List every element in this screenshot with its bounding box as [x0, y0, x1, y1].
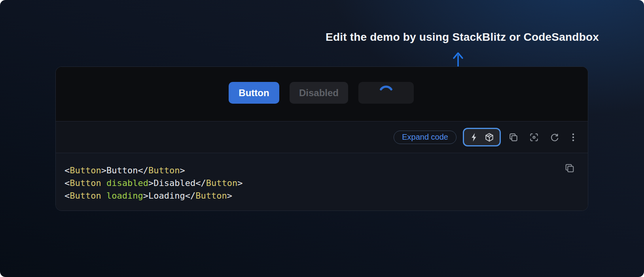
- demo-toolbar: Expand code: [56, 121, 588, 153]
- page: Edit the demo by using StackBlitz or Cod…: [0, 0, 644, 277]
- editor-launch-group[interactable]: [463, 128, 501, 146]
- expand-code-label: Expand code: [402, 133, 448, 142]
- codesandbox-package-icon[interactable]: [484, 132, 494, 142]
- demo-button-primary-label: Button: [239, 87, 269, 99]
- code-lines: <Button>Button</Button><Button disabled>…: [56, 153, 588, 211]
- expand-code-button[interactable]: Expand code: [394, 131, 456, 144]
- demo-button-disabled: Disabled: [290, 82, 348, 104]
- copy-icon[interactable]: [506, 129, 521, 145]
- demo-button-primary[interactable]: Button: [229, 82, 279, 104]
- code-block: <Button>Button</Button><Button disabled>…: [56, 153, 588, 211]
- capture-focus-icon[interactable]: [526, 129, 542, 145]
- oval-loader-icon: [377, 84, 395, 102]
- callout-text: Edit the demo by using StackBlitz or Cod…: [326, 31, 599, 44]
- refresh-icon[interactable]: [547, 129, 563, 145]
- demo-buttons-row: Button Disabled: [229, 82, 414, 104]
- dots-vertical-icon[interactable]: [567, 129, 579, 145]
- code-line: <Button loading>Loading</Button>: [64, 190, 556, 202]
- demo-button-disabled-label: Disabled: [299, 87, 339, 99]
- code-copy-icon[interactable]: [562, 160, 578, 176]
- demo-button-loading[interactable]: [358, 82, 414, 104]
- code-line: <Button disabled>Disabled</Button>: [64, 177, 556, 190]
- code-line: <Button>Button</Button>: [64, 164, 556, 177]
- demo-preview: Button Disabled: [56, 67, 588, 121]
- demo-card: Button Disabled Expand code: [55, 66, 588, 211]
- stackblitz-lightning-icon[interactable]: [469, 132, 479, 142]
